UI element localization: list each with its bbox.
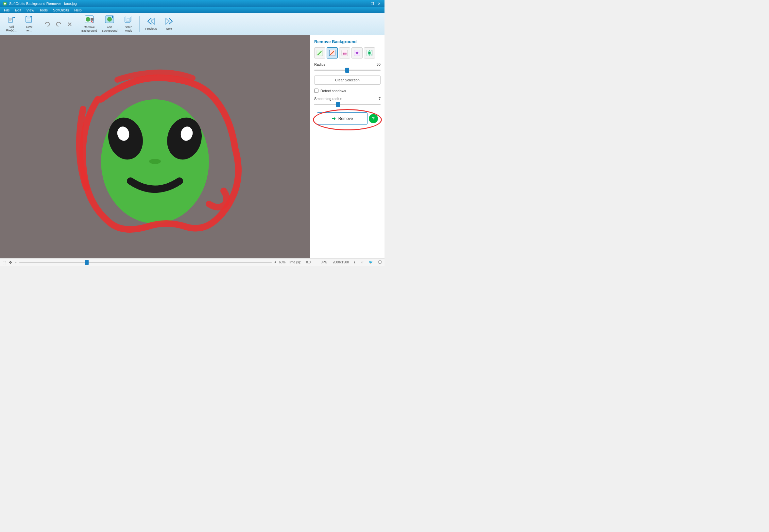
remove-brush-tool[interactable] [326, 47, 338, 58]
next-label: Next [166, 27, 172, 31]
zoom-plus[interactable]: + [274, 260, 276, 264]
tool-icons-row [314, 47, 380, 58]
right-panel: Remove Background [310, 35, 384, 258]
eraser-tool[interactable] [339, 47, 350, 58]
svg-point-1 [4, 3, 6, 5]
previous-button[interactable]: Previous [142, 15, 160, 34]
remove-section: ➜ Remove ? [314, 110, 380, 130]
time-value: 0.0 [306, 260, 310, 264]
auto-tool[interactable] [364, 47, 375, 58]
svg-point-53 [369, 52, 370, 54]
add-background-button[interactable]: AddBackground [99, 15, 120, 34]
add-background-icon [105, 15, 114, 25]
restore-button[interactable]: ❐ [369, 1, 375, 6]
remove-button-label: Remove [338, 116, 353, 121]
app-icon [3, 1, 7, 6]
menu-edit[interactable]: Edit [12, 7, 24, 13]
add-files-icon [8, 16, 15, 25]
undo-button[interactable] [42, 19, 53, 29]
time-label: Time (s): [288, 260, 301, 264]
zoom-minus[interactable]: − [15, 260, 17, 264]
status-bar-left: ⬚ ✥ − + 60% [3, 260, 285, 265]
svg-rect-18 [91, 18, 93, 21]
save-as-label: Saveas... [26, 25, 33, 32]
remove-background-button[interactable]: RemoveBackground [79, 15, 99, 34]
window-title: SoftOrbits Background Remover - face.jpg [9, 2, 77, 6]
heart-icon[interactable]: ♡ [360, 260, 363, 264]
info-icon[interactable]: ℹ [354, 260, 355, 264]
batch-mode-label: BatchMode [125, 25, 132, 33]
svg-point-38 [149, 159, 161, 164]
title-bar: SoftOrbits Background Remover - face.jpg… [0, 0, 384, 7]
zoom-slider[interactable] [19, 262, 272, 263]
magic-wand-tool[interactable] [351, 47, 362, 58]
remove-background-icon [85, 15, 94, 25]
batch-mode-icon [125, 15, 132, 25]
next-button[interactable]: Next [160, 15, 177, 34]
radius-input[interactable] [314, 70, 380, 71]
panel-title: Remove Background [314, 39, 380, 44]
save-as-icon [25, 16, 33, 25]
separator-3 [139, 16, 140, 32]
save-as-button[interactable]: Saveas... [20, 15, 38, 34]
help-icon: ? [372, 116, 375, 121]
svg-rect-27 [127, 18, 129, 21]
smoothing-radius-label: Smoothing radius [314, 97, 342, 101]
status-bar-right: Time (s): 0.0 JPG 2000x1500 ℹ ♡ 🐦 💬 [288, 260, 382, 264]
help-button[interactable]: ? [369, 114, 378, 123]
add-files-button[interactable]: AddFile(s)... [3, 15, 20, 34]
previous-label: Previous [145, 27, 157, 31]
radius-value: 50 [376, 62, 380, 66]
remove-background-label: RemoveBackground [81, 25, 97, 33]
svg-point-22 [107, 17, 112, 22]
radius-label: Radius [314, 62, 325, 66]
svg-point-51 [356, 52, 358, 54]
separator-1 [40, 16, 40, 32]
selection-icon: ⬚ [3, 260, 6, 265]
move-icon: ✥ [9, 260, 12, 265]
close-button[interactable]: ✕ [376, 1, 382, 6]
clear-selection-button[interactable]: Clear Selection [314, 75, 380, 85]
svg-marker-28 [148, 18, 151, 24]
menu-view[interactable]: View [24, 7, 37, 13]
chat-icon[interactable]: 💬 [378, 260, 382, 264]
remove-row: ➜ Remove ? [317, 112, 378, 125]
minimize-button[interactable]: — [363, 1, 369, 6]
svg-point-17 [86, 17, 90, 22]
remove-button[interactable]: ➜ Remove [317, 112, 367, 125]
add-background-label: AddBackground [102, 25, 117, 33]
detect-shadows-row: Detect shadows [314, 89, 380, 93]
menu-help[interactable]: Help [72, 7, 84, 13]
separator-2 [77, 16, 77, 32]
detect-shadows-label[interactable]: Detect shadows [320, 89, 346, 93]
smoothing-radius-value: 7 [378, 97, 380, 101]
zoom-level: 60% [279, 260, 285, 264]
canvas-area[interactable] [0, 35, 310, 258]
svg-rect-9 [27, 16, 30, 19]
remove-arrow-icon: ➜ [331, 115, 336, 122]
window-controls: — ❐ ✕ [363, 1, 382, 6]
radius-slider-container: Radius 50 [314, 62, 380, 72]
svg-rect-10 [26, 20, 31, 22]
menu-file[interactable]: File [1, 7, 12, 13]
redo-button[interactable] [53, 19, 64, 29]
clear-button[interactable] [64, 19, 75, 29]
svg-point-40 [317, 54, 319, 55]
menu-tools[interactable]: Tools [37, 7, 50, 13]
svg-rect-11 [30, 17, 30, 18]
svg-marker-29 [151, 18, 154, 24]
smoothing-radius-container: Smoothing radius 7 [314, 97, 380, 106]
menu-bar: File Edit View Tools SoftOrbits Help [0, 7, 384, 13]
detect-shadows-checkbox[interactable] [314, 89, 318, 93]
svg-point-42 [330, 54, 331, 55]
svg-marker-31 [169, 18, 172, 24]
twitter-icon[interactable]: 🐦 [369, 260, 373, 264]
resolution-label: 2000x1500 [333, 260, 349, 264]
status-bar: ⬚ ✥ − + 60% Time (s): 0.0 JPG 2000x1500 … [0, 258, 384, 266]
batch-mode-button[interactable]: BatchMode [120, 15, 137, 34]
smoothing-radius-input[interactable] [314, 104, 380, 105]
menu-softorbits[interactable]: SoftOrbits [50, 7, 72, 13]
toolbar: AddFile(s)... Saveas... [0, 13, 384, 35]
keep-brush-tool[interactable] [314, 47, 325, 58]
previous-icon [147, 18, 155, 26]
